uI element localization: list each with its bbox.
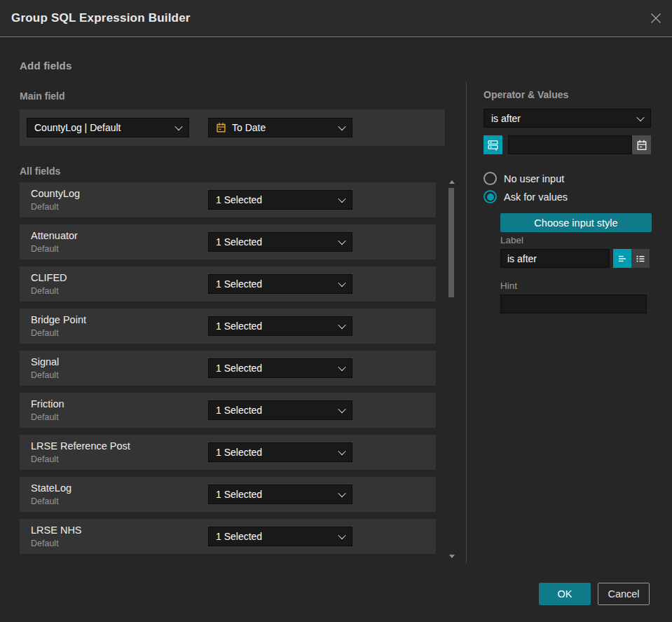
field-selected-dropdown[interactable]: 1 Selected	[208, 527, 352, 546]
field-name: Friction	[31, 398, 64, 410]
main-field-select-value: CountyLog | Default	[34, 122, 170, 133]
field-name: CLIFED	[31, 272, 67, 283]
selected-count-label: 1 Selected	[216, 531, 334, 542]
field-row: LRSE NHS Default 1 Selected	[20, 519, 436, 554]
date-field-select[interactable]: To Date	[208, 118, 352, 137]
field-name: LRSE Reference Post	[31, 440, 130, 452]
value-input-type-button[interactable]	[484, 135, 502, 154]
field-selected-dropdown[interactable]: 1 Selected	[208, 358, 352, 378]
label-field-label: Label	[500, 235, 523, 245]
field-subtitle: Default	[31, 539, 59, 548]
operator-select[interactable]: is after	[484, 109, 651, 128]
dialog-titlebar: Group SQL Expression Builder	[0, 0, 672, 37]
field-name: LRSE NHS	[31, 525, 82, 536]
bulleted-list-icon	[635, 253, 646, 264]
value-calendar-button[interactable]	[632, 135, 651, 154]
field-selected-dropdown[interactable]: 1 Selected	[208, 442, 352, 462]
field-subtitle: Default	[31, 412, 59, 422]
ok-button[interactable]: OK	[539, 583, 591, 605]
main-field-label: Main field	[20, 90, 65, 102]
field-name: Bridge Point	[31, 314, 86, 325]
close-button[interactable]	[648, 11, 664, 26]
chevron-down-icon	[338, 321, 345, 329]
selected-count-label: 1 Selected	[216, 405, 334, 416]
add-fields-heading: Add fields	[20, 60, 72, 72]
operator-values-heading: Operator & Values	[484, 89, 568, 100]
field-row: CLIFED Default 1 Selected	[20, 266, 436, 302]
chevron-down-icon	[338, 237, 345, 245]
main-field-panel: CountyLog | Default To Date	[20, 109, 445, 146]
chevron-down-icon	[338, 532, 345, 539]
vertical-divider	[466, 82, 467, 563]
align-left-icon	[617, 253, 628, 264]
field-row: Attenuator Default 1 Selected	[20, 224, 436, 259]
field-name: CountyLog	[31, 188, 80, 199]
scrollbar-up-arrow[interactable]	[449, 180, 455, 184]
field-subtitle: Default	[31, 454, 59, 464]
chevron-down-icon	[338, 195, 345, 203]
chevron-down-icon	[338, 123, 345, 130]
selected-count-label: 1 Selected	[216, 363, 334, 374]
label-style-list-button[interactable]	[631, 249, 650, 268]
field-selected-dropdown[interactable]: 1 Selected	[208, 316, 352, 336]
hint-input[interactable]	[500, 295, 647, 313]
cancel-button[interactable]: Cancel	[598, 583, 650, 605]
radio-no-user-input[interactable]: No user input	[484, 172, 564, 185]
radio-selected-icon	[484, 190, 497, 203]
chevron-down-icon	[338, 489, 345, 497]
chevron-down-icon	[338, 363, 345, 371]
calendar-icon	[636, 140, 647, 151]
chevron-down-icon	[174, 123, 182, 130]
label-input[interactable]	[500, 249, 610, 268]
main-field-select[interactable]: CountyLog | Default	[27, 118, 189, 137]
selected-count-label: 1 Selected	[216, 447, 334, 458]
radio-no-user-input-label: No user input	[504, 173, 564, 184]
operator-select-value: is after	[491, 113, 632, 124]
field-row: CountyLog Default 1 Selected	[20, 182, 436, 217]
choose-input-style-button[interactable]: Choose input style	[500, 213, 652, 232]
radio-unselected-icon	[484, 172, 497, 185]
field-subtitle: Default	[31, 328, 59, 338]
field-row: StateLog Default 1 Selected	[20, 477, 436, 512]
field-selected-dropdown[interactable]: 1 Selected	[208, 190, 352, 210]
hint-field-label: Hint	[500, 280, 517, 291]
field-name: Signal	[31, 356, 59, 367]
field-row: LRSE Reference Post Default 1 Selected	[20, 435, 436, 470]
scrollbar-thumb[interactable]	[448, 188, 454, 297]
selected-count-label: 1 Selected	[216, 236, 334, 248]
radio-ask-for-values-label: Ask for values	[504, 191, 568, 203]
selected-count-label: 1 Selected	[216, 278, 334, 290]
selected-count-label: 1 Selected	[216, 320, 334, 332]
close-icon	[649, 11, 663, 25]
field-name: Attenuator	[31, 230, 78, 241]
scrollbar-down-arrow[interactable]	[449, 555, 455, 558]
value-list-icon	[487, 139, 499, 151]
radio-ask-for-values[interactable]: Ask for values	[484, 190, 568, 203]
field-subtitle: Default	[31, 244, 59, 254]
field-subtitle: Default	[31, 286, 59, 296]
field-row: Signal Default 1 Selected	[20, 351, 436, 386]
field-selected-dropdown[interactable]: 1 Selected	[208, 400, 352, 420]
field-selected-dropdown[interactable]: 1 Selected	[208, 232, 352, 252]
selected-count-label: 1 Selected	[216, 194, 334, 205]
field-subtitle: Default	[31, 202, 59, 212]
all-fields-label: All fields	[20, 165, 60, 177]
dialog-title: Group SQL Expression Builder	[11, 0, 191, 36]
field-row: Friction Default 1 Selected	[20, 393, 436, 428]
field-selected-dropdown[interactable]: 1 Selected	[208, 274, 352, 294]
chevron-down-icon	[338, 405, 345, 413]
label-style-single-button[interactable]	[613, 249, 631, 268]
field-subtitle: Default	[31, 496, 59, 506]
field-name: StateLog	[31, 482, 71, 494]
chevron-down-icon	[338, 279, 345, 287]
all-fields-list: CountyLog Default 1 Selected Attenuator …	[20, 182, 436, 561]
field-row: Bridge Point Default 1 Selected	[20, 309, 436, 344]
chevron-down-icon	[338, 447, 345, 455]
selected-count-label: 1 Selected	[216, 489, 334, 500]
calendar-icon	[216, 122, 226, 133]
value-date-input[interactable]	[508, 135, 632, 154]
field-subtitle: Default	[31, 370, 59, 380]
date-field-select-value: To Date	[232, 122, 334, 133]
chevron-down-icon	[636, 113, 644, 121]
field-selected-dropdown[interactable]: 1 Selected	[208, 485, 352, 504]
